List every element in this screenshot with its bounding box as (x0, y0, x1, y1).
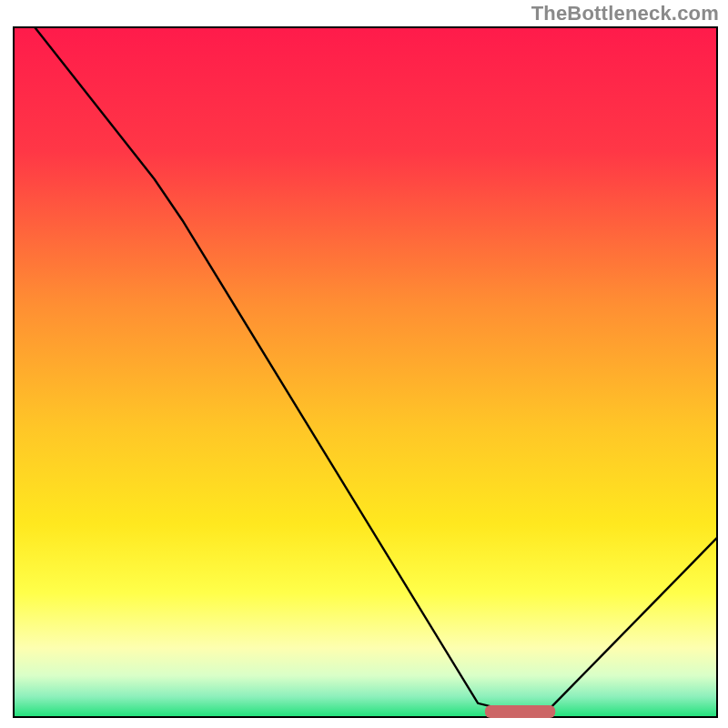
plot-background (14, 27, 717, 717)
chart-container: TheBottleneck.com (0, 0, 728, 728)
optimal-marker (485, 705, 555, 718)
bottleneck-chart (0, 0, 728, 728)
